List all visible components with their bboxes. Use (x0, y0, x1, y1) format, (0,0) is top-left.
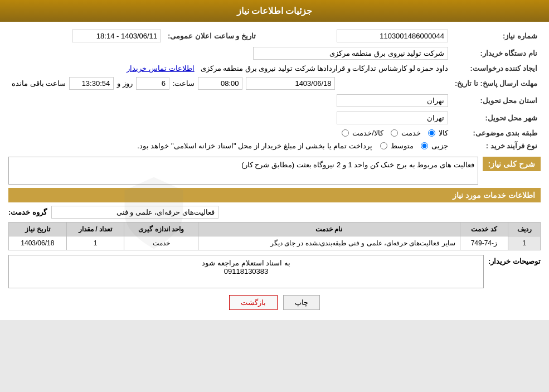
ostan-value: تهران (8, 92, 451, 109)
cell-name: سایر فعالیت‌های حرفه‌ای، علمی و فنی طبقه… (198, 236, 460, 250)
row-ijad: ایجاد کننده درخواست: داود حمزه لو کارشنا… (8, 62, 541, 75)
radio-jazei: جزیی (419, 142, 448, 150)
mohlat-saat: 08:00 (198, 77, 242, 90)
jazei-label: جزیی (431, 142, 448, 150)
nofarayand-label: نوع فرآیند خرید : (451, 139, 541, 152)
mohlat-value: ساعت باقی مانده 13:30:54 روز و 6 ساعت: 0… (8, 75, 451, 92)
mohlat-date: 1403/06/18 (246, 77, 335, 90)
tarikh-field: 1403/06/11 - 18:14 (72, 30, 161, 42)
shomare-niaz-label: شماره نیاز: (451, 27, 541, 45)
tosiyat-label: توصیحات خریدار: (488, 255, 541, 265)
col-radif: ردیف (508, 222, 541, 236)
ijad-value: داود حمزه لو کارشناس تداركات و قراردادها… (8, 62, 451, 75)
nofarayand-note: پرداخت تمام یا بخشی از مبلغ خریدار از مح… (137, 142, 372, 150)
row-namdastgah: نام دستگاه خریدار: شرکت تولید نیروی برق … (8, 45, 541, 62)
tosiyat-line1: به اسناد استعلام مراجعه شود (12, 259, 480, 267)
mohlat-label: مهلت ارسال پاسخ: تا تاریخ: (451, 75, 541, 92)
mottavasset-label: متوسط (391, 142, 414, 150)
cell-code: ز-74-749 (460, 236, 508, 250)
mohlat-mande-saat: 13:30:54 (69, 77, 114, 90)
mohlat-mande-label: ساعت باقی مانده (12, 79, 66, 88)
page-wrapper: جزئیات اطلاعات نیاز شماره نیاز: 11030014… (0, 0, 549, 320)
mottavasset-radio[interactable] (380, 142, 387, 149)
sharh-content: فعالیت های مربوط به برج خنک کن واحد 1 و … (8, 157, 478, 185)
grohe-row: گروه خدمت: فعالیت‌های حرفه‌ای، علمی و فن… (8, 206, 541, 219)
radio-kala-khadamat: کالا/خدمت (340, 129, 383, 137)
radio-kala: کالا (426, 129, 448, 137)
ijtala-link[interactable]: اطلاعات تماس خریدار (127, 64, 194, 72)
mohlat-saat-label: ساعت: (173, 79, 195, 88)
col-code: کد خدمت (460, 222, 508, 236)
row-shahr: شهر محل تحویل: تهران (8, 109, 541, 127)
cell-radif: 1 (508, 236, 541, 250)
tosiyat-box: به اسناد استعلام مراجعه شود 09118130383 (8, 255, 484, 288)
services-table: ردیف کد خدمت نام خدمت واحد اندازه گیری ت… (8, 222, 541, 250)
nofarayand-radio-group: متوسط جزیی (378, 142, 448, 150)
grohe-label: گروه خدمت: (8, 208, 47, 216)
col-date: تاریخ نیاز (9, 222, 67, 236)
radio-khadamat: خدمت (389, 129, 421, 137)
sharh-row: شرح کلی نیاز: فعالیت های مربوط به برج خن… (8, 157, 541, 185)
sharh-text: فعالیت های مربوط به برج خنک کن واحد 1 و … (241, 161, 474, 169)
row-nofarayand: نوع فرآیند خرید : متوسط جزیی (8, 139, 541, 152)
kala-khadamat-radio[interactable] (342, 129, 349, 137)
namdastgah-value: شرکت تولید نیروی برق منطقه مرکزی (8, 45, 451, 62)
services-table-head: ردیف کد خدمت نام خدمت واحد اندازه گیری ت… (9, 222, 541, 236)
shahr-value: تهران (8, 109, 451, 127)
nofarayand-value: متوسط جزیی پرداخت تمام یا بخشی از مبلغ خ… (8, 139, 451, 152)
kala-khadamat-label: کالا/خدمت (352, 129, 383, 137)
ostan-field: تهران (337, 94, 448, 107)
namdastgah-field: شرکت تولید نیروی برق منطقه مرکزی (253, 47, 448, 60)
ostan-label: استان محل تحویل: (451, 92, 541, 109)
kala-radio[interactable] (428, 129, 435, 137)
namdastgah-label: نام دستگاه خریدار: (451, 45, 541, 62)
khadamat-label: خدمت (401, 129, 421, 137)
back-button[interactable]: بازگشت (229, 295, 278, 310)
shomare-niaz-field: 1103001486000044 (337, 30, 448, 42)
khadamat-header: اطلاعات خدمات مورد نیاز (8, 188, 541, 202)
page-header: جزئیات اطلاعات نیاز (0, 0, 549, 22)
col-name: نام خدمت (198, 222, 460, 236)
cell-count: 1 (66, 236, 124, 250)
kala-label: کالا (439, 129, 448, 137)
sharh-header: شرح کلی نیاز: (483, 157, 541, 171)
row-mohlat: مهلت ارسال پاسخ: تا تاریخ: ساعت باقی مان… (8, 75, 541, 92)
tosiyat-line2: 09118130383 (12, 267, 480, 275)
tosiyat-area: توصیحات خریدار: به اسناد استعلام مراجعه … (8, 255, 541, 288)
tarikh-label: تاریخ و ساعت اعلان عمومی: (164, 27, 259, 45)
row-ostan: استان محل تحویل: تهران (8, 92, 541, 109)
content-area: شماره نیاز: 1103001486000044 تاریخ و ساع… (0, 22, 549, 320)
shield-watermark-icon (120, 174, 187, 252)
mohlat-roz-label: روز و (117, 79, 133, 88)
sharh-textarea: فعالیت های مربوط به برج خنک کن واحد 1 و … (8, 157, 478, 185)
services-table-body: 1 ز-74-749 سایر فعالیت‌های حرفه‌ای، علمی… (9, 236, 541, 250)
shahr-label: شهر محل تحویل: (451, 109, 541, 127)
shomare-niaz-value: 1103001486000044 (259, 27, 451, 45)
table-row: 1 ز-74-749 سایر فعالیت‌های حرفه‌ای، علمی… (9, 236, 541, 250)
services-header-row: ردیف کد خدمت نام خدمت واحد اندازه گیری ت… (9, 222, 541, 236)
main-info-table: شماره نیاز: 1103001486000044 تاریخ و ساع… (8, 27, 541, 152)
page-title: جزئیات اطلاعات نیاز (237, 6, 313, 16)
col-count: تعداد / مقدار (66, 222, 124, 236)
tarikh-value: 1403/06/11 - 18:14 (8, 27, 164, 45)
row-shomare-niaz: شماره نیاز: 1103001486000044 تاریخ و ساع… (8, 27, 541, 45)
row-tabaqe: طبقه بندی موضوعی: کالا/خدمت خدمت (8, 127, 541, 139)
print-button[interactable]: چاپ (283, 295, 320, 310)
cell-date: 1403/06/18 (9, 236, 67, 250)
bottom-buttons: چاپ بازگشت (8, 288, 541, 314)
mohlat-roz: 6 (136, 77, 169, 90)
jazei-radio[interactable] (421, 142, 428, 149)
tabaqe-radio-group: کالا/خدمت خدمت کالا (340, 129, 448, 137)
tabaqe-label: طبقه بندی موضوعی: (451, 127, 541, 139)
radio-mottavasset: متوسط (378, 142, 414, 150)
shahr-field: تهران (337, 112, 448, 124)
ijad-text: داود حمزه لو کارشناس تداركات و قراردادها… (201, 64, 448, 72)
khadamat-radio[interactable] (391, 129, 398, 137)
tabaqe-value: کالا/خدمت خدمت کالا (8, 127, 451, 139)
ijad-label: ایجاد کننده درخواست: (451, 62, 541, 75)
